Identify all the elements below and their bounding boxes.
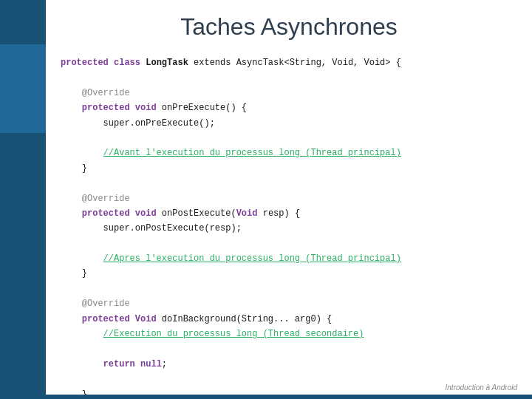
- code-line-5: super.onPreExecute();: [61, 116, 517, 131]
- code-line-3: @Override: [61, 86, 517, 100]
- code-block: protected class LongTask extends AsyncTa…: [46, 50, 532, 399]
- left-decorative-bar: [0, 0, 46, 399]
- code-line-blank3: [61, 176, 517, 191]
- code-line-8: @Override: [61, 191, 517, 206]
- main-content: Taches Asynchrones protected class LongT…: [46, 0, 532, 399]
- code-line-14: protected Void doInBackground(String... …: [61, 312, 517, 327]
- code-line-10: super.onPostExecute(resp);: [61, 221, 517, 236]
- code-line-15: //Execution du processus long (Thread se…: [61, 327, 517, 341]
- code-line-blank4: [61, 236, 517, 251]
- code-line-1: protected class LongTask extends AsyncTa…: [61, 55, 517, 70]
- bottom-decorative-bar: [0, 395, 532, 399]
- code-line-blank6: [61, 341, 517, 356]
- code-line-13: @Override: [61, 296, 517, 311]
- code-line-11: //Apres l'execution du processus long (T…: [61, 251, 517, 266]
- code-line-blank5: [61, 282, 517, 296]
- code-line-7: }: [61, 161, 517, 176]
- slide-title: Taches Asynchrones: [46, 0, 532, 50]
- code-line-blank1: [61, 70, 517, 85]
- code-line-6: //Avant l'execution du processus long (T…: [61, 146, 517, 160]
- code-line-16: return null;: [61, 357, 517, 372]
- code-line-9: protected void onPostExecute(Void resp) …: [61, 206, 517, 221]
- left-bar-accent: [0, 44, 46, 133]
- code-line-blank2: [61, 131, 517, 146]
- code-line-12: }: [61, 266, 517, 281]
- footer-text: Introduction à Android: [446, 383, 517, 392]
- code-line-4: protected void onPreExecute() {: [61, 100, 517, 115]
